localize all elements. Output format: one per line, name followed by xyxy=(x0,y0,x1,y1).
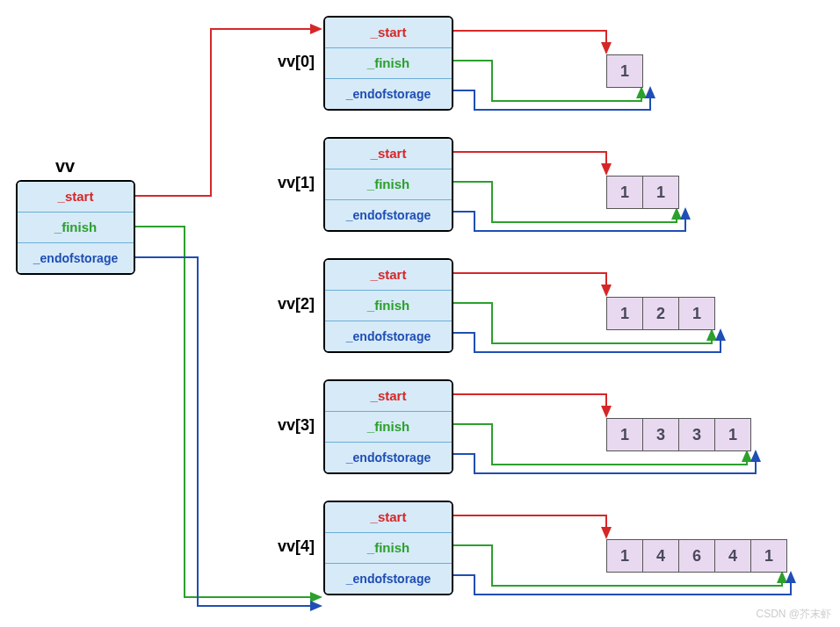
vv-title: vv xyxy=(55,156,75,177)
sub-vector-field-start: _start xyxy=(325,260,452,290)
data-cell: 3 xyxy=(679,418,715,451)
data-array: 11 xyxy=(606,176,679,209)
data-cell: 1 xyxy=(643,176,679,209)
sub-vector-field-start: _start xyxy=(325,381,452,411)
data-cell: 1 xyxy=(606,54,643,88)
sub-vector-field-eos: _endofstorage xyxy=(325,199,452,230)
vv-index-label: vv[2] xyxy=(253,295,315,314)
vv-index-label: vv[3] xyxy=(253,416,315,435)
sub-vector-field-eos: _endofstorage xyxy=(325,321,452,351)
data-cell: 4 xyxy=(643,539,679,573)
data-cell: 2 xyxy=(643,297,679,330)
diagram-canvas: vv _start _finish _endofstorage vv[0]_st… xyxy=(0,0,840,627)
sub-vector-field-finish: _finish xyxy=(325,47,452,78)
data-array: 14641 xyxy=(606,539,787,573)
sub-vector-box: _start_finish_endofstorage xyxy=(323,137,453,232)
watermark: CSDN @芥末虾 xyxy=(756,607,831,622)
vv-field-start: _start xyxy=(18,182,134,212)
sub-vector-field-finish: _finish xyxy=(325,169,452,199)
data-cell: 1 xyxy=(715,418,751,451)
sub-vector-field-eos: _endofstorage xyxy=(325,563,452,594)
sub-vector-field-finish: _finish xyxy=(325,532,452,563)
sub-vector-field-start: _start xyxy=(325,139,452,169)
data-cell: 1 xyxy=(751,539,787,573)
data-cell: 1 xyxy=(606,539,643,573)
sub-vector-field-finish: _finish xyxy=(325,411,452,442)
data-cell: 3 xyxy=(643,418,679,451)
data-array: 1331 xyxy=(606,418,751,451)
sub-vector-field-start: _start xyxy=(325,502,452,532)
data-array: 121 xyxy=(606,297,715,330)
vv-index-label: vv[4] xyxy=(253,537,315,556)
data-array: 1 xyxy=(606,54,643,88)
sub-vector-field-eos: _endofstorage xyxy=(325,442,452,472)
data-cell: 1 xyxy=(679,297,715,330)
sub-vector-box: _start_finish_endofstorage xyxy=(323,258,453,353)
data-cell: 6 xyxy=(679,539,715,573)
sub-vector-box: _start_finish_endofstorage xyxy=(323,379,453,474)
data-cell: 4 xyxy=(715,539,751,573)
vv-index-label: vv[1] xyxy=(253,174,315,192)
sub-vector-field-start: _start xyxy=(325,18,452,47)
sub-vector-box: _start_finish_endofstorage xyxy=(323,16,453,111)
vv-field-finish: _finish xyxy=(18,212,134,242)
sub-vector-box: _start_finish_endofstorage xyxy=(323,501,453,595)
vv-field-eos: _endofstorage xyxy=(18,242,134,273)
data-cell: 1 xyxy=(606,418,643,451)
data-cell: 1 xyxy=(606,297,643,330)
sub-vector-field-eos: _endofstorage xyxy=(325,78,452,109)
vv-box: _start _finish _endofstorage xyxy=(16,180,135,275)
data-cell: 1 xyxy=(606,176,643,209)
sub-vector-field-finish: _finish xyxy=(325,290,452,321)
vv-index-label: vv[0] xyxy=(253,53,315,71)
